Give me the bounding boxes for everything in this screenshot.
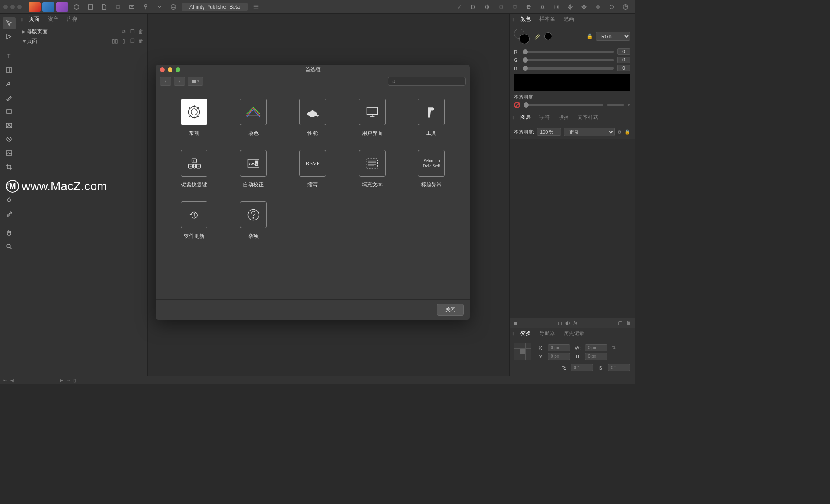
b-slider[interactable] — [523, 67, 614, 70]
play-icon[interactable]: ▶ — [60, 378, 63, 383]
pref-tools[interactable]: 工具 — [418, 99, 445, 137]
table-tool[interactable] — [3, 64, 16, 76]
page-icon[interactable]: ▯ — [73, 378, 76, 383]
circle-icon[interactable] — [112, 2, 124, 12]
dropdown-icon[interactable]: ▾ — [628, 102, 630, 108]
paint-tool[interactable] — [3, 180, 16, 192]
color-mode-select[interactable]: RGB — [596, 32, 630, 41]
tab-assets[interactable]: 资产 — [45, 14, 61, 25]
pin-icon[interactable] — [140, 2, 151, 12]
g-slider[interactable] — [523, 59, 614, 61]
circ2-icon[interactable] — [606, 2, 617, 12]
pref-autocorrect[interactable]: ABC 自动校正 — [240, 150, 267, 188]
layer-list[interactable] — [510, 139, 635, 318]
text-tool[interactable]: T — [3, 50, 16, 62]
tab-textstyles[interactable]: 文本样式 — [575, 112, 601, 123]
align-vc-icon[interactable] — [523, 2, 534, 12]
tab-stroke[interactable]: 笔画 — [561, 14, 577, 25]
lines-icon[interactable] — [250, 2, 262, 12]
crop-tool[interactable] — [3, 161, 16, 173]
delete-icon[interactable]: 🗑 — [626, 320, 631, 326]
pref-filler[interactable]: 填充文本 — [359, 150, 386, 188]
copy-icon[interactable]: ❐ — [129, 29, 135, 35]
align-top-icon[interactable] — [509, 2, 520, 12]
lock-icon[interactable]: 🔒 — [587, 33, 593, 39]
tab-character[interactable]: 字符 — [537, 112, 552, 123]
align-left-icon[interactable] — [468, 2, 479, 12]
picture-tool[interactable] — [3, 147, 16, 159]
search-field[interactable] — [388, 77, 466, 86]
flip-v-icon[interactable] — [578, 2, 590, 12]
smile-icon[interactable] — [168, 2, 179, 12]
tree-pages[interactable]: ▼ 页面 ▯▯ ▯ ❐ 🗑 — [18, 36, 147, 46]
eyedropper-icon[interactable] — [533, 32, 541, 40]
last-page-icon[interactable]: ⇥ — [67, 378, 70, 383]
w-field[interactable]: 0 px — [585, 344, 607, 351]
color-well[interactable] — [514, 29, 530, 44]
pref-general[interactable]: 常规 — [181, 99, 208, 137]
pref-update[interactable]: 软件更新 — [181, 201, 208, 240]
anchor-grid[interactable] — [514, 343, 531, 360]
tab-swatches[interactable]: 样本条 — [537, 14, 558, 25]
pen-tool[interactable] — [3, 92, 16, 104]
move-tool[interactable] — [3, 17, 16, 29]
tab-color[interactable]: 颜色 — [518, 14, 533, 25]
tab-history[interactable]: 历史记录 — [561, 328, 587, 339]
r-value[interactable]: 0 — [617, 48, 630, 55]
grid-view-button[interactable]: ▾ — [188, 77, 203, 86]
pref-title-exceptions[interactable]: Velum quDolo Sedi 标题异常 — [418, 150, 445, 188]
stack-icon[interactable]: ≣ — [513, 320, 517, 326]
single-icon[interactable]: ▯ — [121, 38, 127, 44]
close-button[interactable]: 关闭 — [437, 304, 464, 316]
h-field[interactable]: 0 px — [585, 353, 607, 360]
tab-navigator[interactable]: 导航器 — [537, 328, 558, 339]
flip-h-icon[interactable] — [565, 2, 576, 12]
circ1-icon[interactable] — [592, 2, 603, 12]
s-field[interactable]: 0 ° — [608, 364, 630, 371]
pref-performance[interactable]: 性能 — [299, 99, 326, 137]
min-dot[interactable] — [10, 5, 15, 9]
photo-persona-icon[interactable] — [42, 2, 54, 12]
hand-tool[interactable] — [3, 226, 16, 239]
text-frame-icon[interactable] — [126, 2, 137, 12]
x-field[interactable]: 0 px — [548, 344, 570, 351]
trash2-icon[interactable]: 🗑 — [138, 38, 144, 44]
r-field[interactable]: 0 ° — [571, 364, 593, 371]
rectangle-tool[interactable] — [3, 105, 16, 118]
current-color-icon[interactable] — [544, 32, 552, 40]
tree-master-pages[interactable]: ▶ 母版页面 ⧉ ❐ 🗑 — [18, 27, 147, 36]
pref-misc[interactable]: 杂项 — [240, 201, 267, 240]
tab-transform[interactable]: 变换 — [518, 328, 533, 339]
max-dot[interactable] — [17, 5, 22, 9]
new-doc-icon[interactable] — [85, 2, 96, 12]
blend-mode-select[interactable]: 正常 — [564, 128, 615, 136]
spread-icon[interactable]: ▯▯ — [112, 38, 118, 44]
pie-icon[interactable] — [620, 2, 631, 12]
artistic-text-tool[interactable]: A — [3, 78, 16, 90]
dialog-close-dot[interactable] — [160, 67, 165, 72]
tab-paragraph[interactable]: 段落 — [556, 112, 571, 123]
dup2-icon[interactable]: ❐ — [129, 38, 135, 44]
opacity-slider[interactable] — [524, 104, 603, 106]
no-opacity-icon[interactable] — [514, 102, 520, 108]
lock-icon[interactable]: 🔒 — [624, 129, 630, 135]
eyedropper-tool[interactable] — [3, 207, 16, 220]
pref-shortcuts[interactable]: ←↓→↑ 键盘快捷键 — [181, 150, 208, 188]
add-icon[interactable]: ▢ — [618, 320, 622, 326]
align-hc-icon[interactable] — [482, 2, 493, 12]
adjust-icon[interactable]: ◐ — [565, 320, 570, 326]
fill-tool[interactable] — [3, 194, 16, 206]
tab-stock[interactable]: 库存 — [64, 14, 80, 25]
publisher-persona-icon[interactable] — [56, 2, 68, 12]
gear-icon[interactable]: ⚙ — [617, 129, 622, 135]
designer-persona-icon[interactable] — [29, 2, 41, 12]
zoom-tool[interactable] — [3, 240, 16, 252]
forward-button[interactable]: › — [174, 77, 185, 86]
dialog-max-dot[interactable] — [176, 67, 180, 72]
align-right-icon[interactable] — [495, 2, 507, 12]
opacity-value[interactable] — [607, 104, 624, 106]
layer-opacity-field[interactable]: 100 % — [537, 128, 561, 136]
first-page-icon[interactable]: ⇤ — [3, 378, 7, 383]
dup-icon[interactable]: ⧉ — [121, 29, 127, 35]
hexagon-icon[interactable] — [71, 2, 82, 12]
